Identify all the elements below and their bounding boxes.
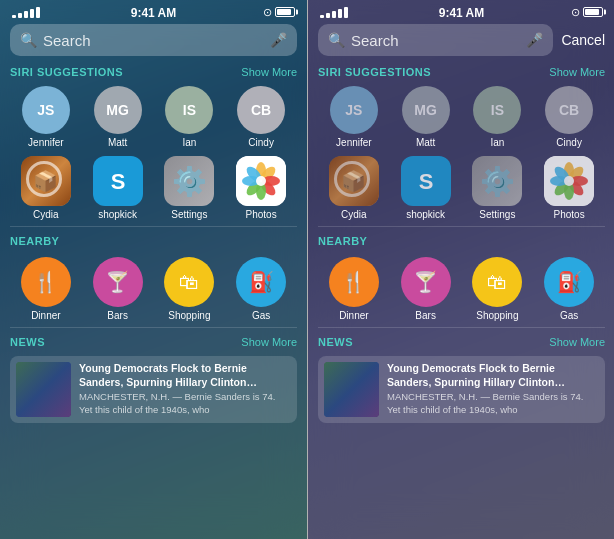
contact-name-js-right: Jennifer: [336, 137, 372, 148]
contacts-row: JS Jennifer MG Matt IS Ian CB Cindy: [0, 82, 307, 150]
nearby-gas-right[interactable]: ⛽ Gas: [544, 257, 594, 321]
wifi-icon-right: ⊙: [571, 6, 580, 19]
cydia-box: [21, 156, 71, 206]
siri-show-more-right[interactable]: Show More: [549, 66, 605, 78]
bars-label: Bars: [107, 310, 128, 321]
app-photos[interactable]: Photos: [236, 156, 286, 220]
search-input[interactable]: Search: [43, 32, 270, 49]
contact-name-is: Ian: [182, 137, 196, 148]
contact-matt-right[interactable]: MG Matt: [402, 86, 450, 148]
gas-label: Gas: [252, 310, 270, 321]
search-bar-right[interactable]: 🔍 Search 🎤: [318, 24, 553, 56]
nearby-header-right: NEARBY: [308, 231, 614, 251]
contact-ian-right[interactable]: IS Ian: [473, 86, 521, 148]
photos-icon-right: [544, 156, 594, 206]
news-headline-right: Young Democrats Flock to Bernie Sanders,…: [387, 362, 599, 389]
search-input-right[interactable]: Search: [351, 32, 526, 49]
right-panel: 9:41 AM ⊙ 🔍 Search 🎤 Cancel SIRI SUGGEST…: [308, 0, 614, 539]
signal-area-right: [320, 7, 348, 18]
dinner-label-right: Dinner: [339, 310, 368, 321]
news-content: Young Democrats Flock to Bernie Sanders,…: [79, 362, 291, 417]
signal-icon-right: [320, 7, 348, 18]
contact-name-cb-right: Cindy: [556, 137, 582, 148]
nearby-row-right: 🍴 Dinner 🍸 Bars 🛍 Shopping ⛽ Gas: [308, 251, 614, 323]
signal-icon: [12, 7, 40, 18]
nearby-dinner[interactable]: 🍴 Dinner: [21, 257, 71, 321]
app-photos-right[interactable]: Photos: [544, 156, 594, 220]
news-item-right[interactable]: Young Democrats Flock to Bernie Sanders,…: [318, 356, 605, 423]
app-shopkick[interactable]: S shopkick: [93, 156, 143, 220]
news-show-more-right[interactable]: Show More: [549, 336, 605, 348]
search-bar[interactable]: 🔍 Search 🎤: [10, 24, 297, 56]
contact-name-mg-right: Matt: [416, 137, 435, 148]
nearby-header: NEARBY: [0, 231, 307, 251]
contact-name-cb: Cindy: [248, 137, 274, 148]
divider-2: [10, 327, 297, 328]
siri-suggestions-title: SIRI SUGGESTIONS: [10, 66, 123, 78]
shopping-label: Shopping: [168, 310, 210, 321]
cydia-box-right: [329, 156, 379, 206]
status-right: ⊙: [263, 6, 295, 19]
status-right-right: ⊙: [571, 6, 603, 19]
news-content-right: Young Democrats Flock to Bernie Sanders,…: [387, 362, 599, 417]
contact-cindy-right[interactable]: CB Cindy: [545, 86, 593, 148]
settings-label-right: Settings: [479, 209, 515, 220]
bars-icon: 🍸: [93, 257, 143, 307]
dinner-icon-right: 🍴: [329, 257, 379, 307]
settings-icon-right: ⚙️: [472, 156, 522, 206]
app-settings[interactable]: ⚙️ Settings: [164, 156, 214, 220]
news-thumbnail-right: [324, 362, 379, 417]
cydia-label: Cydia: [33, 209, 59, 220]
news-show-more[interactable]: Show More: [241, 336, 297, 348]
contact-avatar-cb-right: CB: [545, 86, 593, 134]
mic-icon-right[interactable]: 🎤: [526, 32, 543, 48]
mic-icon[interactable]: 🎤: [270, 32, 287, 48]
battery-icon-right: [583, 7, 603, 17]
status-bar-right: 9:41 AM ⊙: [308, 0, 614, 20]
news-header: NEWS Show More: [0, 332, 307, 352]
app-settings-right[interactable]: ⚙️ Settings: [472, 156, 522, 220]
contact-cindy[interactable]: CB Cindy: [237, 86, 285, 148]
left-panel: 9:41 AM ⊙ 🔍 Search 🎤 SIRI SUGGESTIONS Sh…: [0, 0, 307, 539]
svg-point-23: [564, 176, 574, 186]
contact-avatar-js-right: JS: [330, 86, 378, 134]
battery-icon: [275, 7, 295, 17]
contact-ian[interactable]: IS Ian: [165, 86, 213, 148]
cydia-icon: [21, 156, 71, 206]
app-shopkick-right[interactable]: S shopkick: [401, 156, 451, 220]
app-cydia-right[interactable]: Cydia: [329, 156, 379, 220]
contact-matt[interactable]: MG Matt: [94, 86, 142, 148]
news-thumb-inner: [16, 362, 71, 417]
status-time: 9:41 AM: [131, 6, 177, 20]
dinner-icon: 🍴: [21, 257, 71, 307]
cancel-button[interactable]: Cancel: [561, 32, 605, 48]
nearby-dinner-right[interactable]: 🍴 Dinner: [329, 257, 379, 321]
apps-row-right: Cydia S shopkick ⚙️ Settings: [308, 150, 614, 222]
siri-suggestions-title-right: SIRI SUGGESTIONS: [318, 66, 431, 78]
nearby-gas[interactable]: ⛽ Gas: [236, 257, 286, 321]
photos-label-right: Photos: [554, 209, 585, 220]
contact-avatar-mg-right: MG: [402, 86, 450, 134]
svg-point-11: [256, 176, 266, 186]
news-headline: Young Democrats Flock to Bernie Sanders,…: [79, 362, 291, 389]
nearby-bars[interactable]: 🍸 Bars: [93, 257, 143, 321]
gas-icon-right: ⛽: [544, 257, 594, 307]
nearby-shopping[interactable]: 🛍 Shopping: [164, 257, 214, 321]
nearby-bars-right[interactable]: 🍸 Bars: [401, 257, 451, 321]
news-item[interactable]: Young Democrats Flock to Bernie Sanders,…: [10, 356, 297, 423]
shopkick-label: shopkick: [98, 209, 137, 220]
nearby-shopping-right[interactable]: 🛍 Shopping: [472, 257, 522, 321]
signal-area: [12, 7, 40, 18]
bars-label-right: Bars: [415, 310, 436, 321]
shopkick-icon-right: S: [401, 156, 451, 206]
news-title: NEWS: [10, 336, 45, 348]
contact-jennifer-right[interactable]: JS Jennifer: [330, 86, 378, 148]
contact-jennifer[interactable]: JS Jennifer: [22, 86, 70, 148]
shopkick-icon: S: [93, 156, 143, 206]
shopping-icon: 🛍: [164, 257, 214, 307]
siri-suggestions-header: SIRI SUGGESTIONS Show More: [0, 62, 307, 82]
contact-avatar-is-right: IS: [473, 86, 521, 134]
siri-show-more[interactable]: Show More: [241, 66, 297, 78]
dinner-label: Dinner: [31, 310, 60, 321]
app-cydia[interactable]: Cydia: [21, 156, 71, 220]
